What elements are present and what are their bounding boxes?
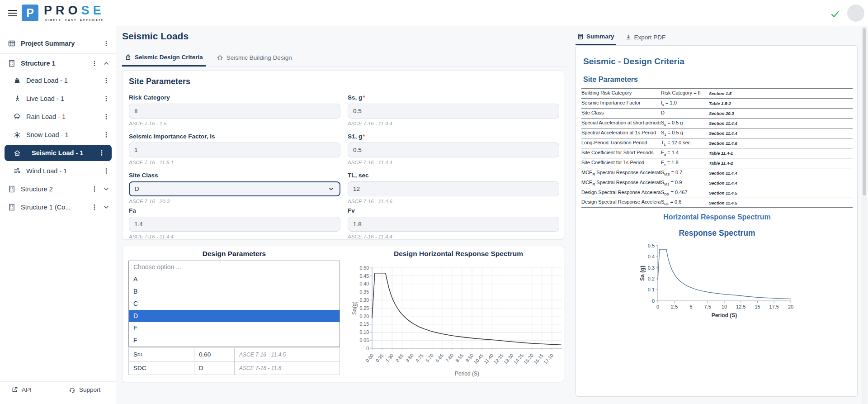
kebab-menu-icon[interactable]: [103, 77, 110, 84]
svg-text:Sa (g): Sa (g): [639, 266, 646, 280]
svg-text:0.15: 0.15: [360, 321, 369, 327]
avatar[interactable]: [847, 5, 864, 22]
summary-table-row: Site Coefficient for 1s PeriodFv = 1.8Ta…: [581, 158, 853, 168]
kebab-menu-icon[interactable]: [98, 149, 105, 157]
kebab-menu-icon[interactable]: [91, 204, 98, 211]
kebab-menu-icon[interactable]: [103, 95, 110, 102]
field-label: Site Class: [129, 172, 340, 179]
sidebar-item-wind-load[interactable]: Wind Load - 1: [0, 164, 116, 178]
chevron-up-icon[interactable]: [103, 60, 110, 67]
kebab-menu-icon[interactable]: [103, 40, 110, 47]
sidebar-item-project-summary[interactable]: Project Summary: [0, 36, 116, 51]
tab-seismic-building-design[interactable]: Seismic Building Design: [214, 49, 295, 67]
fa-input[interactable]: 1.4: [129, 217, 340, 232]
site-class-options-listbox[interactable]: Choose option ... A B C D E F: [128, 261, 340, 347]
sidebar-item-structure-1[interactable]: Structure 1: [0, 56, 116, 71]
svg-text:0.10: 0.10: [360, 329, 369, 335]
sidebar-item-live-load[interactable]: Live Load - 1: [0, 91, 116, 106]
risk-category-input[interactable]: II: [129, 104, 340, 119]
table-row: SD1 0.60 ASCE 7-16 - 11.4.5: [129, 348, 340, 361]
table-row: SDC D ASCE 7-16 - 11.6: [129, 361, 340, 375]
page-title: Seismic Loads: [122, 31, 189, 42]
support-link[interactable]: Support: [69, 383, 100, 396]
kebab-menu-icon[interactable]: [91, 60, 98, 67]
sidebar-item-dead-load[interactable]: Dead Load - 1: [0, 73, 116, 88]
tab-export-pdf[interactable]: Export PDF: [623, 29, 668, 45]
kebab-menu-icon[interactable]: [103, 113, 110, 120]
svg-text:16.15: 16.15: [533, 352, 545, 365]
summary-heading: Seismic - Design Criteria: [583, 57, 684, 67]
field-label: TL, sec: [348, 172, 559, 179]
sidebar-item-label: Structure 2: [21, 185, 91, 193]
svg-text:14.25: 14.25: [513, 352, 525, 365]
option-a[interactable]: A: [129, 273, 340, 285]
sidebar-item-label: Live Load - 1: [26, 95, 103, 102]
svg-text:15: 15: [755, 304, 760, 309]
field-ref: ASCE 7-16 - 11.4.4: [348, 160, 559, 165]
summary-card: Seismic - Design Criteria Site Parameter…: [576, 45, 858, 397]
prose-logo-tagline: SIMPLE. FAST. ACCURATE.: [45, 19, 106, 22]
prose-logo-mark[interactable]: P: [22, 5, 38, 21]
svg-text:0.05: 0.05: [360, 337, 369, 343]
summary-table-row: Spectral Acceleration at 1s PeriodS1 = 0…: [581, 128, 853, 138]
required-asterisk: *: [363, 133, 365, 140]
response-spectrum-mini-chart: 0.50.40.30.20.1002.557.51012.51517.520Pe…: [639, 242, 811, 323]
divider: [0, 53, 116, 54]
divider: [0, 381, 116, 382]
option-c[interactable]: C: [129, 298, 340, 310]
external-link-icon: [11, 386, 18, 393]
importance-factor-input[interactable]: 1: [129, 143, 340, 157]
design-parameters-card: Design Parameters Choose option ... A B …: [122, 246, 564, 382]
sidebar-item-label: Dead Load - 1: [26, 77, 103, 84]
building-icon: [8, 185, 15, 193]
svg-text:0.45: 0.45: [360, 273, 369, 279]
svg-text:8.55: 8.55: [454, 352, 465, 363]
tl-input[interactable]: 12: [348, 181, 559, 196]
fv-input[interactable]: 1.8: [348, 217, 559, 232]
site-class-select[interactable]: D: [129, 181, 340, 196]
summary-table-row: Site ClassDSection 20.3: [581, 108, 853, 118]
summary-subheading: Site Parameters: [583, 76, 638, 84]
field-fa: Fa 1.4 ASCE 7-16 - 11.4.4: [129, 207, 340, 239]
chevron-down-icon: [328, 185, 335, 192]
tab-label: Export PDF: [634, 34, 666, 41]
api-link[interactable]: API: [11, 383, 32, 396]
svg-text:17.10: 17.10: [542, 352, 555, 365]
option-b[interactable]: B: [129, 285, 340, 298]
svg-text:Period (S): Period (S): [712, 312, 737, 318]
svg-text:Period (S): Period (S): [455, 371, 479, 377]
sidebar-item-structure-1-copy[interactable]: Structure 1 (Co...: [0, 200, 116, 214]
prose-logo-wordmark[interactable]: PROSE: [44, 4, 105, 18]
field-ref: ASCE 7-16 - 20.3: [129, 199, 340, 204]
chevron-down-icon[interactable]: [103, 204, 110, 211]
svg-text:12.5: 12.5: [736, 304, 745, 309]
sidebar-item-snow-load[interactable]: Snow Load - 1: [0, 128, 116, 142]
ss-input[interactable]: 0.5: [348, 104, 559, 119]
required-asterisk: *: [363, 94, 365, 101]
summary-table-row: Design Spectral Response Accelera...SD1 …: [581, 198, 853, 208]
kebab-menu-icon[interactable]: [103, 167, 110, 175]
option-placeholder[interactable]: Choose option ...: [129, 261, 340, 273]
svg-text:0.20: 0.20: [360, 314, 369, 319]
summary-table-row: Design Spectral Response Accelera...SDS …: [581, 188, 853, 198]
option-f[interactable]: F: [129, 334, 340, 347]
summary-table-row: MCER Spectral Response Accelerati...SMS …: [581, 168, 853, 178]
kebab-menu-icon[interactable]: [91, 185, 98, 193]
sidebar-item-structure-2[interactable]: Structure 2: [0, 182, 116, 196]
s1-input[interactable]: 0.5: [348, 143, 559, 157]
option-e[interactable]: E: [129, 322, 340, 334]
tab-summary[interactable]: Summary: [576, 29, 616, 45]
sidebar-item-seismic-load-selected[interactable]: Seismic Load - 1: [5, 145, 112, 161]
person-walking-icon: [14, 95, 21, 102]
tab-seismic-design-criteria[interactable]: Seismic Design Criteria: [122, 49, 206, 67]
sidebar-item-rain-load[interactable]: Rain Load - 1: [0, 109, 116, 124]
svg-text:10.45: 10.45: [472, 352, 485, 365]
hamburger-menu-icon[interactable]: [7, 8, 18, 19]
svg-text:13.30: 13.30: [502, 352, 514, 365]
option-d-selected[interactable]: D: [129, 310, 340, 322]
svg-text:0.5: 0.5: [648, 243, 655, 248]
chevron-down-icon[interactable]: [103, 185, 110, 193]
scrollbar-thumb[interactable]: [863, 28, 866, 195]
kebab-menu-icon[interactable]: [103, 131, 110, 138]
svg-text:0.40: 0.40: [360, 281, 369, 286]
